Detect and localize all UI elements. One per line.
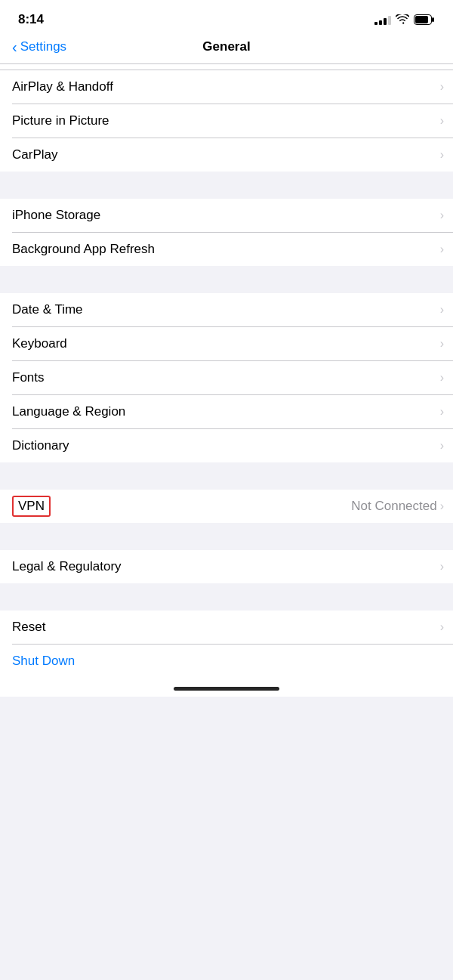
dictionary-label: Dictionary xyxy=(12,438,69,453)
back-button[interactable]: ‹ Settings xyxy=(12,39,66,54)
shutdown-label: Shut Down xyxy=(12,654,75,669)
section-group-1: AirPlay & Handoff › Picture in Picture ›… xyxy=(0,70,453,172)
list-item-iphone-storage[interactable]: iPhone Storage › xyxy=(0,199,453,232)
section-separator-3 xyxy=(0,462,453,490)
legal-right: › xyxy=(440,560,441,573)
nav-bar: ‹ Settings General xyxy=(0,33,453,64)
section-separator-4 xyxy=(0,523,453,550)
svg-rect-1 xyxy=(432,17,434,22)
status-time: 8:14 xyxy=(18,12,44,27)
language-region-right: › xyxy=(440,405,441,419)
list-item-vpn[interactable]: VPN Not Connected › xyxy=(0,490,453,523)
battery-icon xyxy=(414,14,435,25)
vpn-label-wrapper: VPN xyxy=(12,496,51,517)
signal-bar-2 xyxy=(379,20,382,25)
keyboard-label: Keyboard xyxy=(12,336,67,351)
home-indicator-bar xyxy=(174,687,279,691)
legal-chevron-icon: › xyxy=(440,560,444,573)
list-item-keyboard[interactable]: Keyboard › xyxy=(0,327,453,360)
carplay-chevron-icon: › xyxy=(440,148,444,162)
section-group-6: Reset › Shut Down xyxy=(0,611,453,678)
svg-rect-2 xyxy=(415,16,428,23)
pip-right: › xyxy=(440,114,441,128)
list-item-background-refresh[interactable]: Background App Refresh › xyxy=(0,233,453,266)
section-group-5: Legal & Regulatory › xyxy=(0,550,453,583)
vpn-right: Not Connected › xyxy=(351,499,441,514)
list-item-reset[interactable]: Reset › xyxy=(0,611,453,644)
reset-chevron-icon: › xyxy=(440,620,444,634)
iphone-storage-chevron-icon: › xyxy=(440,209,444,222)
keyboard-chevron-icon: › xyxy=(440,337,444,351)
date-time-chevron-icon: › xyxy=(440,303,444,317)
language-region-chevron-icon: › xyxy=(440,405,444,419)
vpn-label: VPN xyxy=(18,499,45,514)
section-separator-2 xyxy=(0,266,453,293)
iphone-storage-right: › xyxy=(440,209,441,222)
pip-label: Picture in Picture xyxy=(12,113,109,128)
dictionary-right: › xyxy=(440,439,441,453)
list-item-legal[interactable]: Legal & Regulatory › xyxy=(0,550,453,583)
list-item-language-region[interactable]: Language & Region › xyxy=(0,395,453,428)
date-time-label: Date & Time xyxy=(12,302,83,317)
airplay-right: › xyxy=(440,80,441,94)
pip-chevron-icon: › xyxy=(440,114,444,128)
status-icons xyxy=(374,14,435,25)
list-item-airplay[interactable]: AirPlay & Handoff › xyxy=(0,70,453,104)
signal-bar-3 xyxy=(384,18,387,25)
status-bar: 8:14 xyxy=(0,0,453,33)
section-group-4: VPN Not Connected › xyxy=(0,490,453,523)
list-item-fonts[interactable]: Fonts › xyxy=(0,361,453,394)
page-title: General xyxy=(202,39,250,54)
back-chevron-icon: ‹ xyxy=(12,39,17,54)
carplay-label: CarPlay xyxy=(12,147,57,162)
language-region-label: Language & Region xyxy=(12,404,125,419)
reset-label: Reset xyxy=(12,620,45,635)
section-group-2: iPhone Storage › Background App Refresh … xyxy=(0,199,453,266)
section-separator-5 xyxy=(0,583,453,611)
dictionary-chevron-icon: › xyxy=(440,439,444,453)
fonts-chevron-icon: › xyxy=(440,371,444,385)
background-refresh-right: › xyxy=(440,243,441,256)
fonts-label: Fonts xyxy=(12,370,45,385)
vpn-chevron-icon: › xyxy=(440,499,444,513)
background-refresh-label: Background App Refresh xyxy=(12,242,155,257)
signal-bar-1 xyxy=(374,22,378,25)
signal-bar-4 xyxy=(388,16,391,25)
list-item-date-time[interactable]: Date & Time › xyxy=(0,293,453,326)
list-item-carplay[interactable]: CarPlay › xyxy=(0,138,453,172)
keyboard-right: › xyxy=(440,337,441,351)
background-refresh-chevron-icon: › xyxy=(440,243,444,256)
vpn-status: Not Connected xyxy=(351,499,436,514)
reset-right: › xyxy=(440,620,441,634)
wifi-icon xyxy=(396,14,409,25)
airplay-label: AirPlay & Handoff xyxy=(12,79,113,94)
fonts-right: › xyxy=(440,371,441,385)
list-item-shutdown[interactable]: Shut Down xyxy=(0,645,453,678)
date-time-right: › xyxy=(440,303,441,317)
partial-top-row xyxy=(0,64,453,70)
section-group-3: Date & Time › Keyboard › Fonts › Languag… xyxy=(0,293,453,462)
iphone-storage-label: iPhone Storage xyxy=(12,208,100,223)
legal-label: Legal & Regulatory xyxy=(12,559,122,574)
back-label: Settings xyxy=(20,39,66,54)
carplay-right: › xyxy=(440,148,441,162)
signal-bars-icon xyxy=(374,14,391,25)
section-separator-1 xyxy=(0,172,453,199)
airplay-chevron-icon: › xyxy=(440,80,444,94)
list-item-pip[interactable]: Picture in Picture › xyxy=(0,104,453,138)
home-indicator-area xyxy=(0,678,453,697)
list-item-dictionary[interactable]: Dictionary › xyxy=(0,429,453,462)
